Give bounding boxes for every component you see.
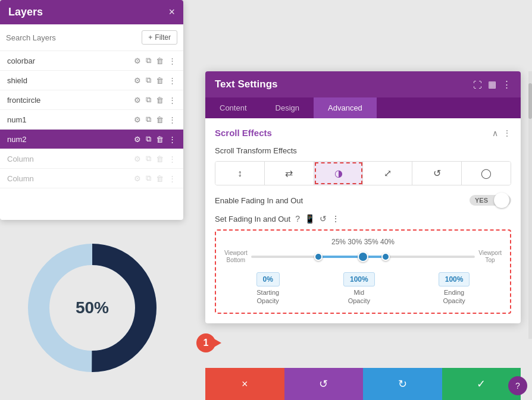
layer-icons-column-1: ⚙ ⧉ 🗑 ⋮ [134, 154, 176, 163]
delete-icon[interactable]: 🗑 [156, 56, 164, 65]
layers-header: Layers × [0, 0, 183, 24]
layer-item-num1[interactable]: num1 ⚙ ⧉ 🗑 ⋮ [0, 110, 183, 130]
transform-btn-horizontal[interactable]: ⇄ [265, 162, 314, 185]
transform-btn-vertical[interactable]: ↕ [215, 162, 265, 185]
more-icon[interactable]: ⋮ [168, 174, 176, 183]
settings-icon[interactable]: ⚙ [134, 115, 141, 124]
layers-search-input[interactable] [6, 33, 138, 42]
copy-icon[interactable]: ⧉ [146, 75, 151, 85]
ending-opacity-col: 100% EndingOpacity [439, 272, 470, 305]
copy-icon[interactable]: ⧉ [146, 115, 151, 124]
opacity-values: 0% StartingOpacity 100% MidOpacity 100% … [224, 272, 502, 305]
transform-btn-blur[interactable]: ◯ [462, 162, 511, 185]
layers-close-button[interactable]: × [168, 6, 175, 18]
starting-opacity-label: StartingOpacity [256, 288, 279, 305]
settings-icon[interactable]: ⚙ [134, 135, 141, 144]
delete-icon[interactable]: 🗑 [156, 135, 164, 144]
action-bar: × ↺ ↻ ✓ [205, 368, 521, 400]
layer-item-colorbar[interactable]: colorbar ⚙ ⧉ 🗑 ⋮ [0, 51, 183, 71]
settings-tabs: Content Design Advanced [205, 97, 521, 118]
copy-icon[interactable]: ⧉ [146, 174, 151, 183]
tab-advanced[interactable]: Advanced [314, 97, 377, 118]
fading-percentages: 25% 30% 35% 40% [224, 238, 502, 246]
layer-icons-column-2: ⚙ ⧉ 🗑 ⋮ [134, 174, 176, 183]
expand-icon[interactable]: ⛶ [473, 80, 482, 90]
enable-fading-row: Enable Fading In and Out YES [215, 195, 511, 206]
delete-icon[interactable]: 🗑 [156, 115, 164, 124]
filter-button[interactable]: + Filter [142, 30, 177, 45]
donut-label: 50% [76, 298, 109, 317]
badge-number: 1 [204, 338, 209, 348]
scroll-indicator[interactable] [528, 71, 532, 339]
delete-icon[interactable]: 🗑 [156, 155, 164, 163]
redo-button[interactable]: ↻ [363, 368, 442, 400]
settings-panel: Text Settings ⛶ ▦ ⋮ Content Design Advan… [205, 71, 521, 323]
layer-name-num1: num1 [7, 115, 134, 124]
transform-btn-scale[interactable]: ⤢ [363, 162, 412, 185]
layer-item-frontcircle[interactable]: frontcircle ⚙ ⧉ 🗑 ⋮ [0, 90, 183, 110]
layer-item-shield[interactable]: shield ⚙ ⧉ 🗑 ⋮ [0, 71, 183, 90]
scroll-transform-label: Scroll Transform Effects [215, 146, 511, 155]
slider-thumb-mid[interactable] [358, 251, 368, 262]
fading-slider-track[interactable] [251, 256, 475, 258]
set-fading-more-icon[interactable]: ⋮ [331, 214, 340, 223]
layer-item-num2[interactable]: num2 ⚙ ⧉ 🗑 ⋮ [0, 130, 183, 149]
settings-icon[interactable]: ⚙ [134, 174, 141, 183]
starting-opacity-value: 0% [256, 272, 280, 286]
bottom-help-icon[interactable]: ? [508, 376, 527, 395]
settings-icon[interactable]: ⚙ [134, 96, 141, 105]
transform-btn-fade[interactable]: ◑ [314, 162, 364, 185]
delete-icon[interactable]: 🗑 [156, 76, 164, 85]
layers-panel: Layers × + Filter colorbar ⚙ ⧉ 🗑 ⋮ shiel… [0, 0, 183, 220]
layer-icons-colorbar: ⚙ ⧉ 🗑 ⋮ [134, 56, 176, 65]
settings-icon[interactable]: ⚙ [134, 56, 141, 65]
layer-item-column-1[interactable]: Column ⚙ ⧉ 🗑 ⋮ [0, 149, 183, 169]
more-icon[interactable]: ⋮ [168, 76, 176, 85]
enable-fading-toggle[interactable]: YES [470, 195, 511, 206]
settings-body: Scroll Effects ∧ ⋮ Scroll Transform Effe… [205, 118, 521, 323]
undo-button[interactable]: ↺ [284, 368, 364, 400]
copy-icon[interactable]: ⧉ [146, 95, 151, 105]
delete-icon[interactable]: 🗑 [156, 174, 164, 183]
mobile-icon[interactable]: 📱 [305, 214, 315, 223]
more-options-icon[interactable]: ⋮ [502, 79, 511, 90]
viewport-bottom-label: ViewportBottom [224, 250, 248, 264]
more-icon[interactable]: ⋮ [168, 135, 176, 144]
section-more-icon[interactable]: ⋮ [503, 128, 511, 138]
grid-icon[interactable]: ▦ [488, 79, 496, 90]
slider-thumb-end[interactable] [381, 253, 390, 261]
settings-icon[interactable]: ⚙ [134, 155, 141, 163]
viewport-top-label: ViewportTop [478, 250, 502, 264]
copy-icon[interactable]: ⧉ [146, 134, 151, 144]
collapse-icon[interactable]: ∧ [492, 128, 498, 138]
slider-fill [318, 256, 386, 258]
more-icon[interactable]: ⋮ [168, 155, 176, 163]
layer-name-shield: shield [7, 76, 134, 85]
copy-icon[interactable]: ⧉ [146, 56, 151, 65]
reset-icon[interactable]: ↺ [320, 214, 327, 223]
delete-icon[interactable]: 🗑 [156, 96, 164, 105]
tab-design[interactable]: Design [261, 97, 314, 118]
tab-content[interactable]: Content [205, 97, 261, 118]
settings-header-icons: ⛶ ▦ ⋮ [473, 79, 511, 90]
more-icon[interactable]: ⋮ [168, 115, 176, 124]
layer-name-frontcircle: frontcircle [7, 96, 134, 105]
mid-opacity-label: MidOpacity [348, 288, 370, 305]
layer-item-column-2[interactable]: Column ⚙ ⧉ 🗑 ⋮ [0, 169, 183, 188]
filter-label: Filter [155, 33, 171, 42]
copy-icon[interactable]: ⧉ [146, 154, 151, 163]
transform-btn-rotate[interactable]: ↺ [412, 162, 462, 185]
more-icon[interactable]: ⋮ [168, 96, 176, 105]
donut-chart: 50% [21, 237, 164, 379]
layer-name-column-1: Column [7, 155, 134, 163]
slider-thumb-start[interactable] [314, 253, 323, 261]
settings-icon[interactable]: ⚙ [134, 76, 141, 85]
layers-search-row: + Filter [0, 24, 183, 51]
set-fading-label: Set Fading In and Out [215, 215, 290, 223]
layers-list: colorbar ⚙ ⧉ 🗑 ⋮ shield ⚙ ⧉ 🗑 ⋮ frontcir… [0, 51, 183, 220]
starting-opacity-col: 0% StartingOpacity [256, 272, 280, 305]
transform-buttons: ↕ ⇄ ◑ ⤢ ↺ ◯ [215, 161, 511, 185]
cancel-button[interactable]: × [205, 368, 284, 400]
help-icon[interactable]: ? [295, 214, 300, 223]
more-icon[interactable]: ⋮ [168, 56, 176, 65]
